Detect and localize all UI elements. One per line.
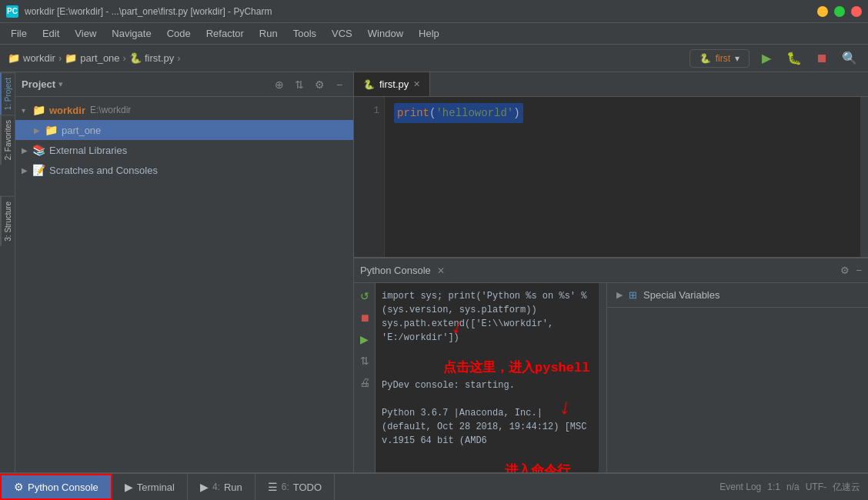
partone-label: part_one	[62, 125, 101, 136]
expand-arrow-extlibs: ▶	[22, 146, 31, 155]
menu-tools[interactable]: Tools	[285, 25, 324, 42]
rerun-button[interactable]: ↺	[356, 288, 373, 305]
console-line-4: PyDev console: starting.	[382, 378, 593, 392]
collapse-icon[interactable]: ⇅	[292, 77, 307, 92]
bottom-right-info: Event Log 1:1 n/a UTF- 亿速云	[719, 481, 868, 494]
code-area[interactable]: print('helloworld')	[385, 97, 860, 257]
sidebar-tab-favorites[interactable]: 2: Favorites	[0, 115, 15, 165]
editor-tab-firstpy[interactable]: 🐍 first.py ✕	[354, 72, 430, 96]
editor-scrollbar[interactable]	[860, 97, 868, 257]
special-variables-panel: ▶ ⊞ Special Variables	[606, 283, 868, 472]
app-icon: PC	[6, 5, 18, 18]
stop-console-button[interactable]: ⏹	[356, 309, 373, 326]
menu-file[interactable]: File	[3, 25, 35, 42]
extlibs-icon: 📚	[32, 144, 45, 156]
python-tab-icon: 🐍	[363, 79, 375, 90]
tree-item-extlibs[interactable]: ▶ 📚 External Libraries	[15, 140, 353, 160]
menu-refactor[interactable]: Refactor	[199, 25, 252, 42]
console-scrollbar[interactable]	[599, 283, 606, 472]
run-controls: 🐍 first ▾ ▶ 🐛 ⏹ 🔍	[689, 48, 860, 69]
tree-item-partone[interactable]: ▶ 📁 part_one	[15, 120, 353, 140]
menu-window[interactable]: Window	[360, 25, 411, 42]
paren-close: )	[513, 107, 519, 119]
search-everywhere-button[interactable]: 🔍	[839, 48, 860, 69]
expand-arrow-partone: ▶	[34, 126, 43, 135]
print-button[interactable]: 🖨	[356, 374, 373, 391]
annotation-click-here: 点击这里，进入pyshell	[443, 361, 589, 375]
bottom-tab-python-console[interactable]: ⚙ Python Console	[0, 474, 112, 500]
sync-icon[interactable]: ⊕	[272, 77, 287, 92]
console-header: Python Console ✕ ⚙ −	[354, 258, 868, 283]
sidebar-tab-structure[interactable]: 3: Structure	[0, 196, 15, 246]
menu-code[interactable]: Code	[159, 25, 199, 42]
python-file-icon: 🐍	[129, 52, 142, 64]
sv-expand-icon: ▶	[616, 290, 623, 300]
console-close-icon[interactable]: ✕	[437, 265, 445, 276]
window-title: workdir [E:\workdir] - ...\part_one\firs…	[25, 6, 272, 17]
extlibs-label: External Libraries	[49, 145, 127, 156]
event-log-link[interactable]: Event Log	[719, 482, 761, 492]
console-minus-icon[interactable]: −	[856, 265, 862, 276]
tree-item-workdir[interactable]: ▾ 📁 workdir E:\workdir	[15, 100, 353, 120]
expand-arrow-workdir: ▾	[22, 106, 31, 115]
annotation-enter-cmd: 进入命令行	[505, 462, 570, 473]
panel-title: Project	[22, 78, 55, 90]
console-line-2: sys.path.extend(['E:\\workdir', 'E:/work…	[382, 317, 593, 345]
breadcrumb-workdir-label: workdir	[23, 52, 55, 64]
menu-help[interactable]: Help	[411, 25, 447, 42]
settings-icon[interactable]: ⚙	[312, 77, 327, 92]
breadcrumb-firstpy-label: first.py	[145, 52, 174, 64]
terminal-tab-label: Terminal	[137, 482, 175, 493]
play-console-button[interactable]: ▶	[356, 331, 373, 348]
console-toolbar: ↺ ⏹ ▶ ⇅ 🖨	[354, 283, 376, 472]
breadcrumb-workdir[interactable]: 📁 workdir	[8, 52, 55, 64]
menu-view[interactable]: View	[67, 25, 104, 42]
breadcrumb-firstpy[interactable]: 🐍 first.py	[129, 52, 174, 64]
run-button[interactable]: ▶	[756, 48, 777, 69]
run-config-button[interactable]: 🐍 first ▾	[689, 49, 749, 68]
run-tab-icon: ▶	[200, 481, 209, 493]
maximize-button[interactable]	[834, 6, 845, 17]
menu-edit[interactable]: Edit	[35, 25, 67, 42]
encoding-info: n/a	[786, 482, 800, 492]
bottom-tab-terminal[interactable]: ▶ Terminal	[112, 474, 188, 500]
breadcrumb-partone[interactable]: 📁 part_one	[65, 52, 119, 64]
menu-navigate[interactable]: Navigate	[104, 25, 159, 42]
stop-button[interactable]: ⏹	[811, 48, 833, 69]
console-output[interactable]: import sys; print('Python %s on %s' % (s…	[376, 283, 599, 472]
title-bar: PC workdir [E:\workdir] - ...\part_one\f…	[0, 0, 868, 23]
run-tab-label: Run	[224, 482, 242, 493]
bottom-tab-run[interactable]: ▶ 4: Run	[188, 474, 255, 500]
menu-vcs[interactable]: VCS	[324, 25, 360, 42]
workdir-label: workdir	[49, 105, 85, 116]
console-line-6	[382, 448, 593, 462]
panel-header: Project ▾ ⊕ ⇅ ⚙ −	[15, 72, 353, 97]
line-sep-info: UTF-	[806, 482, 826, 492]
logo: 亿速云	[833, 481, 860, 494]
expand-arrow-scratches: ▶	[22, 166, 31, 175]
todo-tab-icon: ☰	[268, 481, 278, 493]
console-gear-icon[interactable]: ⚙	[840, 265, 850, 276]
todo-tab-num: 6:	[282, 482, 289, 492]
sidebar-tab-project[interactable]: 1: Project	[0, 72, 15, 115]
hide-icon[interactable]: −	[332, 77, 347, 92]
code-selected-text: print('helloworld')	[394, 103, 523, 123]
bottom-tab-todo[interactable]: ☰ 6: TODO	[255, 474, 335, 500]
breadcrumb-sep-2: ›	[123, 52, 126, 64]
console-title: Python Console	[360, 265, 431, 276]
breadcrumb-partone-label: part_one	[80, 52, 119, 64]
cursor-position: 1:1	[767, 482, 780, 492]
close-button[interactable]	[851, 6, 862, 17]
minimize-button[interactable]	[817, 6, 828, 17]
python-console-tab-icon: ⚙	[14, 481, 24, 493]
menu-run[interactable]: Run	[252, 25, 285, 42]
keyword-print: print	[397, 107, 429, 119]
tab-close-firstpy[interactable]: ✕	[413, 79, 420, 89]
panel-dropdown-icon[interactable]: ▾	[58, 79, 63, 89]
debug-button[interactable]: 🐛	[783, 48, 805, 69]
run-config-dropdown-icon: ▾	[735, 53, 739, 64]
special-variables-header[interactable]: ▶ ⊞ Special Variables	[607, 283, 868, 308]
tree-item-scratches[interactable]: ▶ 📝 Scratches and Consoles	[15, 160, 353, 180]
sort-button[interactable]: ⇅	[356, 352, 373, 369]
console-line-1: import sys; print('Python %s on %s' % (s…	[382, 289, 593, 317]
